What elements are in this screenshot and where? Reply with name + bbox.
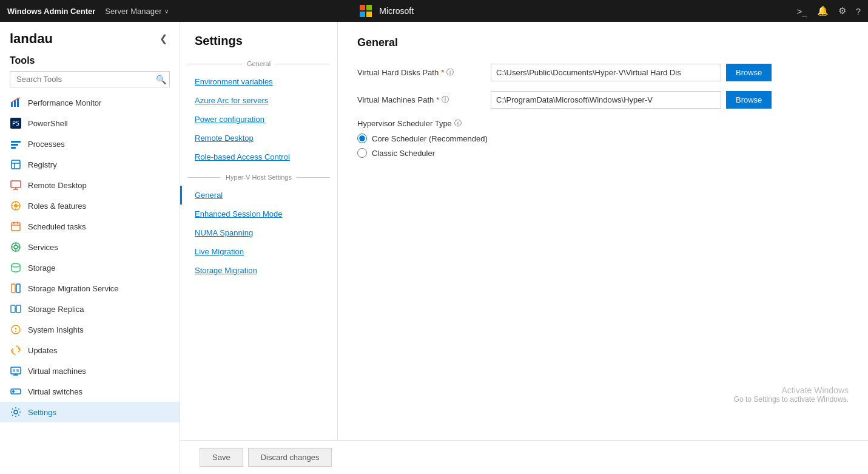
- classic-scheduler-option[interactable]: Classic Scheduler: [357, 148, 849, 158]
- activate-desc: Go to Settings to activate Windows.: [734, 395, 849, 404]
- vm-path-input[interactable]: [491, 91, 721, 109]
- sidebar-item-updates[interactable]: Updates: [0, 340, 180, 361]
- discard-button[interactable]: Discard changes: [248, 448, 332, 467]
- svg-text:PS: PS: [12, 120, 19, 127]
- classic-scheduler-radio[interactable]: [357, 148, 367, 158]
- svg-rect-40: [11, 367, 21, 374]
- storage-migration-service-icon: [10, 282, 22, 294]
- nav-general[interactable]: General: [180, 186, 337, 205]
- sidebar: landau ❮ Tools 🔍 Performance Monitor PS …: [0, 22, 180, 474]
- terminal-icon[interactable]: >_: [797, 6, 807, 16]
- microsoft-branding: Microsoft: [360, 5, 414, 17]
- tools-header: Tools: [0, 52, 180, 71]
- brand-label: Windows Admin Center: [7, 7, 95, 16]
- vm-path-row: Virtual Machines Path * ⓘ Browse: [357, 91, 849, 109]
- vm-info-icon[interactable]: ⓘ: [442, 95, 449, 105]
- vhd-info-icon[interactable]: ⓘ: [446, 67, 454, 78]
- svg-rect-1: [14, 100, 16, 107]
- vhd-path-label: Virtual Hard Disks Path * ⓘ: [357, 67, 491, 78]
- services-icon: [10, 241, 22, 253]
- vhd-path-input[interactable]: [491, 64, 721, 81]
- scheduler-info-icon[interactable]: ⓘ: [454, 118, 462, 129]
- sidebar-item-processes[interactable]: Processes: [0, 134, 180, 154]
- nav-enhanced-session[interactable]: Enhanced Session Mode: [180, 205, 337, 223]
- sidebar-item-remote-desktop[interactable]: Remote Desktop: [0, 175, 180, 195]
- svg-point-25: [14, 245, 18, 249]
- svg-point-15: [14, 204, 18, 208]
- core-scheduler-option[interactable]: Core Scheduler (Recommended): [357, 134, 849, 143]
- sidebar-item-powershell[interactable]: PS PowerShell: [0, 113, 180, 134]
- sidebar-item-virtual-switches[interactable]: Virtual switches: [0, 381, 180, 402]
- sidebar-item-label: Storage Migration Service: [28, 284, 170, 293]
- sidebar-list: Performance Monitor PS PowerShell Proces…: [0, 92, 180, 474]
- nav-azure-arc[interactable]: Azure Arc for servers: [180, 91, 337, 110]
- main-content: General Virtual Hard Disks Path * ⓘ Brow…: [338, 22, 868, 440]
- sidebar-item-services[interactable]: Services: [0, 237, 180, 257]
- nav-env-vars[interactable]: Environment variables: [180, 72, 337, 91]
- settings-panel-title: Settings: [180, 34, 337, 58]
- svg-rect-31: [12, 284, 15, 293]
- classic-scheduler-label: Classic Scheduler: [372, 149, 435, 158]
- vhd-required: *: [441, 68, 444, 77]
- core-scheduler-radio[interactable]: [357, 134, 367, 143]
- settings-panel: Settings General Environment variables A…: [180, 22, 338, 440]
- svg-point-39: [15, 331, 16, 332]
- sidebar-item-storage-migration-service[interactable]: Storage Migration Service: [0, 278, 180, 299]
- nav-live-migration[interactable]: Live Migration: [180, 242, 337, 261]
- server-manager-chevron: ∨: [164, 8, 169, 15]
- updates-icon: [10, 344, 22, 356]
- sidebar-item-virtual-machines[interactable]: Virtual machines: [0, 361, 180, 381]
- sidebar-item-system-insights[interactable]: System Insights: [0, 319, 180, 340]
- roles-features-icon: [10, 200, 22, 212]
- notification-icon[interactable]: 🔔: [817, 5, 829, 16]
- sidebar-collapse-button[interactable]: ❮: [157, 30, 170, 47]
- sidebar-item-label: Remote Desktop: [28, 181, 170, 190]
- search-button[interactable]: 🔍: [156, 75, 166, 84]
- sidebar-item-roles-features[interactable]: Roles & features: [0, 195, 180, 216]
- vhd-browse-button[interactable]: Browse: [726, 64, 772, 81]
- svg-rect-44: [16, 369, 19, 372]
- processes-icon: [10, 138, 22, 150]
- sidebar-item-settings[interactable]: Settings: [0, 402, 180, 422]
- svg-rect-11: [11, 181, 21, 188]
- save-button[interactable]: Save: [200, 448, 243, 467]
- nav-power-config[interactable]: Power configuration: [180, 110, 337, 129]
- sidebar-item-storage[interactable]: Storage: [0, 257, 180, 278]
- help-icon[interactable]: ?: [856, 6, 861, 16]
- svg-rect-32: [16, 284, 20, 293]
- nav-role-access[interactable]: Role-based Access Control: [180, 147, 337, 166]
- remote-desktop-icon: [10, 179, 22, 191]
- sidebar-item-scheduled-tasks[interactable]: Scheduled tasks: [0, 216, 180, 237]
- sidebar-item-label: Updates: [28, 346, 170, 355]
- server-manager-label[interactable]: Server Manager ∨: [105, 7, 168, 16]
- general-section-label: General: [242, 60, 275, 67]
- nav-remote-desktop[interactable]: Remote Desktop: [180, 129, 337, 147]
- powershell-icon: PS: [10, 117, 22, 129]
- virtual-switches-icon: [10, 385, 22, 398]
- search-input[interactable]: [10, 71, 170, 87]
- sidebar-item-label: Storage: [28, 263, 170, 273]
- core-scheduler-label: Core Scheduler (Recommended): [372, 134, 488, 143]
- svg-rect-34: [11, 305, 15, 313]
- sidebar-item-label: Scheduled tasks: [28, 222, 170, 231]
- svg-rect-5: [11, 141, 21, 143]
- vm-browse-button[interactable]: Browse: [726, 91, 772, 109]
- sidebar-item-label: Performance Monitor: [28, 98, 170, 107]
- vm-path-label: Virtual Machines Path * ⓘ: [357, 95, 491, 105]
- svg-rect-7: [11, 147, 16, 149]
- sidebar-item-label: Registry: [28, 160, 170, 169]
- svg-point-30: [12, 263, 20, 267]
- sidebar-item-performance-monitor[interactable]: Performance Monitor: [0, 92, 180, 113]
- activate-windows-watermark: Activate Windows Go to Settings to activ…: [734, 385, 849, 404]
- nav-storage-migration[interactable]: Storage Migration: [180, 261, 337, 280]
- activate-title: Activate Windows: [734, 385, 849, 395]
- sidebar-item-registry[interactable]: Registry: [0, 154, 180, 175]
- storage-replica-icon: [10, 303, 22, 315]
- main-content-title: General: [357, 36, 849, 49]
- settings-topbar-icon[interactable]: ⚙: [838, 5, 846, 16]
- nav-numa-spanning[interactable]: NUMA Spanning: [180, 223, 337, 242]
- svg-rect-20: [12, 223, 20, 231]
- sidebar-item-storage-replica[interactable]: Storage Replica: [0, 299, 180, 319]
- sidebar-item-label: System Insights: [28, 325, 170, 334]
- sidebar-item-label: Services: [28, 243, 170, 252]
